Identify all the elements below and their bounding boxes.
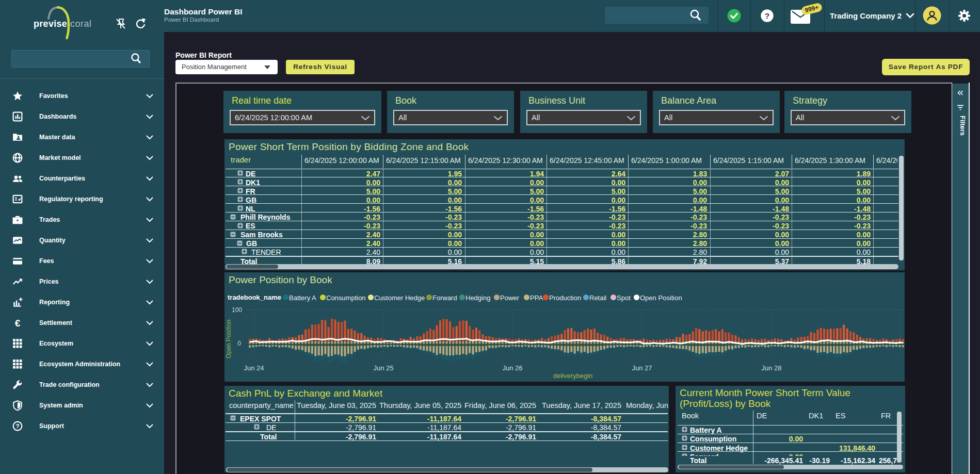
svg-text:?: ? — [15, 422, 19, 429]
svg-text:€: € — [15, 318, 21, 328]
svg-text:?: ? — [765, 11, 769, 20]
